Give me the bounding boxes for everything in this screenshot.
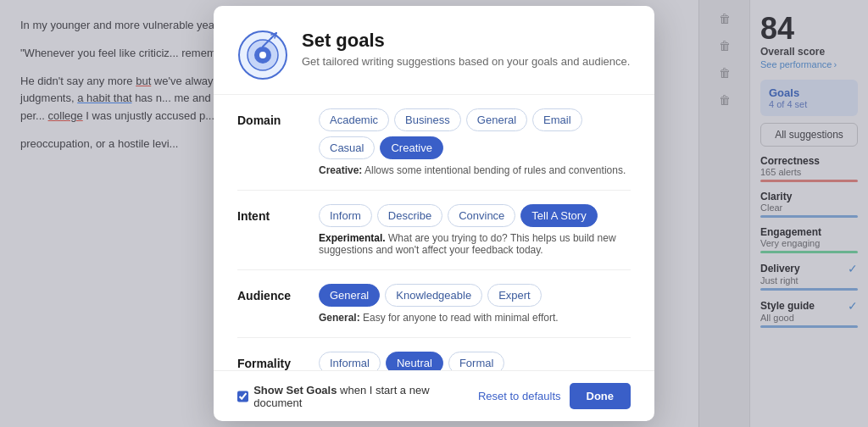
modal-header: Set goals Get tailored writing suggestio…: [214, 6, 654, 95]
section-row: Formality InformalNeutralFormal Neutral …: [237, 352, 631, 370]
section-row: Audience GeneralKnowledgeableExpert Gene…: [237, 284, 631, 324]
note-bold: Creative:: [319, 164, 362, 176]
reset-to-defaults-button[interactable]: Reset to defaults: [478, 390, 561, 402]
pill-informal[interactable]: Informal: [319, 352, 381, 370]
modal-header-text: Set goals Get tailored writing suggestio…: [302, 30, 630, 68]
pill-formal[interactable]: Formal: [448, 352, 504, 370]
pill-knowledgeable[interactable]: Knowledgeable: [385, 284, 482, 307]
set-goals-modal: Set goals Get tailored writing suggestio…: [214, 6, 654, 421]
section-options-formality: InformalNeutralFormal Neutral (default):…: [319, 352, 631, 370]
checkbox-bold-text: Show Set Goals: [253, 384, 337, 396]
goal-section-domain: Domain AcademicBusinessGeneralEmailCasua…: [237, 95, 631, 191]
svg-point-3: [259, 52, 266, 58]
pill-inform[interactable]: Inform: [319, 204, 372, 227]
modal-subtitle: Get tailored writing suggestions based o…: [302, 55, 630, 68]
goal-section-audience: Audience GeneralKnowledgeableExpert Gene…: [237, 270, 631, 338]
experimental-label: Experimental.: [319, 232, 386, 244]
modal-title: Set goals: [302, 30, 630, 52]
modal-body: Domain AcademicBusinessGeneralEmailCasua…: [214, 95, 654, 370]
show-goals-checkbox[interactable]: [237, 391, 248, 402]
modal-footer: Show Set Goals when I start a new docume…: [214, 370, 654, 421]
pill-convince[interactable]: Convince: [448, 204, 515, 227]
footer-actions: Reset to defaults Done: [478, 383, 631, 409]
pills-row-audience: GeneralKnowledgeableExpert: [319, 284, 631, 307]
section-note-audience: General: Easy for anyone to read with mi…: [319, 312, 631, 324]
section-note-domain: Creative: Allows some intentional bendin…: [319, 164, 631, 176]
pills-row-formality: InformalNeutralFormal: [319, 352, 631, 370]
section-row: Intent InformDescribeConvinceTell A Stor…: [237, 204, 631, 256]
goal-section-formality: Formality InformalNeutralFormal Neutral …: [237, 338, 631, 370]
pill-describe[interactable]: Describe: [377, 204, 442, 227]
pill-business[interactable]: Business: [394, 108, 461, 131]
pill-tell-a-story[interactable]: Tell A Story: [520, 204, 597, 227]
show-goals-checkbox-label[interactable]: Show Set Goals when I start a new docume…: [237, 384, 468, 409]
pill-email[interactable]: Email: [532, 108, 582, 131]
pills-row-intent: InformDescribeConvinceTell A Story: [319, 204, 631, 227]
note-bold: General:: [319, 312, 360, 324]
section-options-intent: InformDescribeConvinceTell A Story Exper…: [319, 204, 631, 256]
section-row: Domain AcademicBusinessGeneralEmailCasua…: [237, 108, 631, 176]
section-note-intent: Experimental. What are you trying to do?…: [319, 232, 631, 256]
pill-academic[interactable]: Academic: [319, 108, 389, 131]
section-options-domain: AcademicBusinessGeneralEmailCasualCreati…: [319, 108, 631, 176]
section-options-audience: GeneralKnowledgeableExpert General: Easy…: [319, 284, 631, 324]
pills-row-domain: AcademicBusinessGeneralEmailCasualCreati…: [319, 108, 631, 159]
section-label-audience: Audience: [237, 284, 305, 302]
section-label-intent: Intent: [237, 204, 305, 223]
pill-creative[interactable]: Creative: [380, 136, 442, 159]
pill-casual[interactable]: Casual: [319, 136, 375, 159]
pill-neutral[interactable]: Neutral: [386, 352, 443, 370]
goal-section-intent: Intent InformDescribeConvinceTell A Stor…: [237, 191, 631, 270]
section-label-domain: Domain: [237, 108, 305, 127]
modal-overlay: Set goals Get tailored writing suggestio…: [0, 0, 868, 427]
pill-general[interactable]: General: [466, 108, 527, 131]
done-button[interactable]: Done: [570, 383, 632, 409]
target-icon: [237, 30, 288, 80]
pill-expert[interactable]: Expert: [487, 284, 542, 307]
section-label-formality: Formality: [237, 352, 305, 370]
checkbox-label-text: Show Set Goals when I start a new docume…: [253, 384, 468, 409]
pill-general[interactable]: General: [319, 284, 380, 307]
